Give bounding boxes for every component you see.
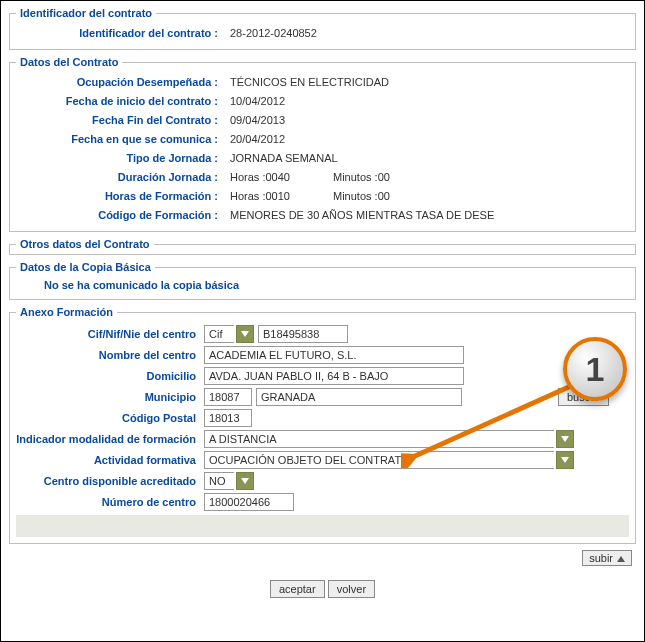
- input-actividad-formativa[interactable]: [204, 451, 554, 469]
- value-ident: 28-2012-0240852: [230, 27, 317, 39]
- label-fecha-inicio: Fecha de inicio del contrato :: [16, 95, 230, 107]
- value-fecha-inicio: 10/04/2012: [230, 95, 285, 107]
- label-cif: Cif/Nif/Nie del centro: [16, 328, 204, 340]
- select-centro-acreditado[interactable]: [204, 472, 254, 490]
- value-fecha-fin: 09/04/2013: [230, 114, 285, 126]
- fieldset-identificador: Identificador del contrato Identificador…: [9, 7, 636, 50]
- chevron-down-icon[interactable]: [556, 430, 574, 448]
- label-centro-acreditado: Centro disponible acreditado: [16, 475, 204, 487]
- label-codigo-formacion: Código de Formación :: [16, 209, 230, 221]
- chevron-down-icon[interactable]: [236, 325, 254, 343]
- label-nombre-centro: Nombre del centro: [16, 349, 204, 361]
- label-ocupacion: Ocupación Desempeñada :: [16, 76, 230, 88]
- legend-anexo: Anexo Formación: [16, 306, 117, 318]
- label-actividad-formativa: Actividad formativa: [16, 454, 204, 466]
- chevron-down-icon[interactable]: [556, 451, 574, 469]
- legend-copia: Datos de la Copia Básica: [16, 261, 155, 273]
- value-codigo-formacion: MENORES DE 30 AÑOS MIENTRAS TASA DE DESE: [230, 209, 494, 221]
- select-cif-type[interactable]: [204, 325, 254, 343]
- input-domicilio[interactable]: [204, 367, 464, 385]
- input-municipio-name[interactable]: [256, 388, 462, 406]
- input-codigo-postal[interactable]: [204, 409, 252, 427]
- label-municipio: Municipio: [16, 391, 204, 403]
- value-duracion-horas: Horas :0040: [230, 171, 290, 183]
- label-horas-formacion: Horas de Formación :: [16, 190, 230, 202]
- label-duracion: Duración Jornada :: [16, 171, 230, 183]
- legend-otros: Otros datos del Contrato: [16, 238, 154, 250]
- value-duracion: Horas :0040 Minutos :00: [230, 171, 430, 183]
- label-fecha-fin: Fecha Fin del Contrato :: [16, 114, 230, 126]
- label-domicilio: Domicilio: [16, 370, 204, 382]
- note-copia: No se ha comunicado la copia básica: [16, 277, 629, 293]
- label-numero-centro: Número de centro: [16, 496, 204, 508]
- select-actividad-formativa[interactable]: [204, 451, 574, 469]
- value-formacion-horas: Horas :0010: [230, 190, 290, 202]
- value-ocupacion: TÉCNICOS EN ELECTRICIDAD: [230, 76, 389, 88]
- legend-identificador: Identificador del contrato: [16, 7, 156, 19]
- value-fecha-comunica: 20/04/2012: [230, 133, 285, 145]
- select-indicador-modalidad[interactable]: [204, 430, 574, 448]
- value-duracion-minutos: Minutos :00: [333, 171, 390, 183]
- fieldset-anexo-formacion: Anexo Formación Cif/Nif/Nie del centro N…: [9, 306, 636, 544]
- annotation-number: 1: [586, 350, 605, 389]
- input-indicador-modalidad[interactable]: [204, 430, 554, 448]
- legend-datos: Datos del Contrato: [16, 56, 122, 68]
- input-municipio-code[interactable]: [204, 388, 252, 406]
- input-numero-centro[interactable]: [204, 493, 294, 511]
- label-codigo-postal: Código Postal: [16, 412, 204, 424]
- label-fecha-comunica: Fecha en que se comunica :: [16, 133, 230, 145]
- block-decoration: [16, 515, 629, 537]
- input-cif-type[interactable]: [204, 325, 234, 343]
- value-horas-formacion: Horas :0010 Minutos :00: [230, 190, 430, 202]
- chevron-down-icon[interactable]: [236, 472, 254, 490]
- label-ident: Identificador del contrato :: [16, 27, 230, 39]
- input-nombre-centro[interactable]: [204, 346, 464, 364]
- input-centro-acreditado[interactable]: [204, 472, 234, 490]
- chevron-up-icon: [617, 552, 625, 564]
- value-tipo-jornada: JORNADA SEMANAL: [230, 152, 338, 164]
- input-cif-value[interactable]: [258, 325, 348, 343]
- subir-label: subir: [589, 552, 613, 564]
- fieldset-datos-contrato: Datos del Contrato Ocupación Desempeñada…: [9, 56, 636, 232]
- fieldset-copia-basica: Datos de la Copia Básica No se ha comuni…: [9, 261, 636, 300]
- volver-button[interactable]: volver: [328, 580, 375, 598]
- aceptar-button[interactable]: aceptar: [270, 580, 325, 598]
- subir-button[interactable]: subir: [582, 550, 632, 566]
- fieldset-otros-datos: Otros datos del Contrato: [9, 238, 636, 255]
- label-indicador-modalidad: Indicador modalidad de formación: [16, 433, 204, 445]
- label-tipo-jornada: Tipo de Jornada :: [16, 152, 230, 164]
- annotation-callout-1: 1: [563, 337, 627, 401]
- value-formacion-minutos: Minutos :00: [333, 190, 390, 202]
